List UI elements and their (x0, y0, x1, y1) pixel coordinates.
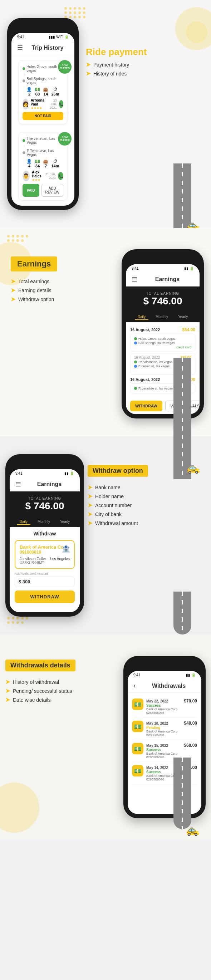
w-tab-daily[interactable]: Daily (17, 519, 30, 525)
w-info-2: May 18, 2022 $40.00 Pending Bank of Amer… (146, 721, 197, 737)
tab-yearly[interactable]: Yearly (175, 314, 190, 320)
trip-history-header: ☰ Trip History (11, 41, 75, 55)
road-center-1 (182, 164, 183, 228)
trip1-to-row: Boll Springs, south vegas (22, 77, 63, 85)
w-feature-label-4: City of bank (95, 511, 122, 517)
withdraw-phone-title: Earnings (25, 481, 74, 487)
earnings-title: Earnings (141, 276, 194, 283)
hist-amount-1: $54.00 (182, 327, 195, 332)
trip1-card: COMPLETED Holes Grove, south vegas (19, 60, 67, 124)
tab-monthly[interactable]: Monthly (153, 314, 171, 320)
trip2-date: 21 Jan, 2021 (44, 172, 56, 180)
hist-from-1: Hales Grove, south vegas (134, 337, 191, 340)
ride-payment-features: Ride payment ➤ Payment history ➤ History… (86, 18, 147, 210)
withdraw-form: Withdraw Bank of America Corp 091000019 … (10, 527, 80, 606)
call-icon-1[interactable]: 📞 (59, 100, 63, 108)
w-icon-2: 💵 (132, 721, 143, 732)
w-feature-3: ➤ Account number (87, 502, 148, 509)
connector-2 (24, 145, 24, 148)
trip2-to: E Twain ave, Las Vegas (27, 149, 63, 157)
trip2-container: COMPLETED The venetian, Las Vegas (11, 132, 75, 206)
w-status-2: Pending (146, 726, 197, 730)
road-4 (173, 592, 191, 635)
withdraw-total-label: TOTAL EARNING (15, 496, 74, 500)
add-review-button[interactable]: ADD REVIEW (41, 184, 63, 197)
wd-feature-label-3: Date wise details (13, 697, 51, 703)
hist-date-3: 16 August, 2022 (130, 377, 160, 382)
hist-method-1: credit card (134, 345, 191, 349)
hamburger-3[interactable]: ☰ (15, 480, 21, 488)
driver-name-1: Arreona Paal (31, 99, 44, 106)
withdraw-main-button[interactable]: WITHDRAW (15, 590, 75, 603)
signal-4: ▮▮ 🔋 (186, 673, 196, 677)
w-tab-yearly[interactable]: Yearly (57, 519, 73, 525)
passengers-val-1: 2 (27, 92, 32, 96)
w-feature-4: ➤ City of bank (87, 511, 148, 517)
w-icon-1: 💵 (132, 698, 143, 710)
driver-avatar-1: 👩 (22, 99, 29, 110)
stat-luggage-2: 👜 7 (43, 159, 48, 168)
driver-name-2: Alex Hales (32, 170, 41, 178)
trip1-from-row: Holes Grove, south vegas (22, 65, 63, 73)
driver-stars-2: ★★★ (32, 178, 41, 182)
feature-history-rides: ➤ History of rides (86, 70, 147, 77)
arrow-icon-5: ➤ (11, 296, 15, 302)
driver-stars-1: ★★★★ (31, 106, 44, 110)
phone-withdrawals: 9:41 ▮▮ 🔋 ‹ Withdrawals 💵 M (124, 656, 206, 818)
back-icon[interactable]: ‹ (133, 682, 136, 690)
driver-row-2: 👨 Alex Hales ★★★ 21 Jan, 2021 📞 (22, 170, 63, 182)
w-feature-1: ➤ Bank name (87, 484, 148, 491)
w-info-3: May 15, 2022 $60.00 Success Bank of Amer… (146, 743, 197, 759)
feature-earnings-2: Earning details (18, 288, 51, 293)
feature-label-2: History of rides (94, 71, 127, 76)
amount-input[interactable] (15, 577, 75, 587)
fare-val-1: 68 (35, 92, 40, 96)
trip2-to-row: E Twain ave, Las Vegas (22, 149, 63, 157)
clock-icon-1: ⏱ (51, 87, 59, 92)
person-icon-1: 👤 (27, 87, 32, 92)
phone-notch (21, 22, 64, 30)
status-bar: 9:41 ▮▮▮ WiFi 🔋 (11, 33, 75, 41)
wd-arrow-2: ➤ (5, 687, 10, 694)
phone-withdraw-wrapper: 9:41 ▮▮ 🔋 ☰ Earnings TOTAL EARNING $ 746… (5, 454, 84, 617)
w-icon-4: 💵 (132, 765, 143, 776)
stat-time-1: ⏱ 26m (51, 87, 59, 96)
trip2-locations: The venetian, Las Vegas E Twain ave, Las… (22, 137, 63, 157)
w-tab-monthly[interactable]: Monthly (35, 519, 53, 525)
withdraw-option-section: 🚕 9:41 ▮▮ 🔋 ☰ Earnings (0, 436, 211, 635)
total-earning-amount: $ 746.00 (132, 296, 194, 307)
stat-time-2: ⏱ 14m (51, 159, 59, 168)
w-date-row-3: May 15, 2022 $60.00 (146, 743, 197, 748)
h-from-text-2: Renaissance, las vegas (138, 360, 172, 364)
arrow-icon-4: ➤ (11, 287, 15, 294)
not-paid-button[interactable]: NOT PAID (22, 112, 63, 120)
h-from-dot-3 (134, 387, 137, 390)
hamburger-icon[interactable]: ☰ (17, 44, 23, 52)
dollar-icon-2: 💵 (35, 159, 40, 164)
stat-fare-2: 💵 34 (35, 159, 40, 168)
tab-daily[interactable]: Daily (135, 314, 148, 320)
call-icon-2[interactable]: 📞 (58, 172, 63, 180)
w-arrow-5: ➤ (87, 520, 92, 527)
w-date-2: May 18, 2022 (146, 721, 168, 725)
bag-icon-2: 👜 (43, 159, 48, 164)
stat-passengers-1: 👤 2 (27, 87, 32, 96)
w-bank-1: Bank of America Corp (146, 708, 197, 711)
road-center-2 (182, 358, 183, 465)
road-center-4 (182, 592, 183, 635)
clock-icon-2: ⏱ (51, 159, 59, 164)
hamburger-icon-2[interactable]: ☰ (132, 275, 137, 283)
w-feature-label-1: Bank name (95, 485, 121, 490)
withdraw-earnings-display: TOTAL EARNING $ 746.00 (10, 492, 80, 517)
completed-badge-1: COMPLETED (58, 60, 71, 74)
feature-payment-history: ➤ Payment history (86, 61, 147, 68)
hist-date-1: 16 August, 2022 (130, 328, 160, 332)
earnings-header-bar: ☰ Earnings (126, 272, 200, 286)
trip1-stats: 👤 2 💵 68 👜 14 (22, 87, 63, 96)
paid-button[interactable]: PAID (22, 184, 39, 197)
withdraw-button[interactable]: WITHDRAW (130, 401, 162, 411)
connector-1 (24, 73, 24, 76)
person-icon-2: 👤 (27, 159, 32, 164)
bank-card[interactable]: Bank of America Corp 091000019 🏦 Janviks… (15, 540, 75, 569)
w-icon-3: 💵 (132, 743, 143, 754)
